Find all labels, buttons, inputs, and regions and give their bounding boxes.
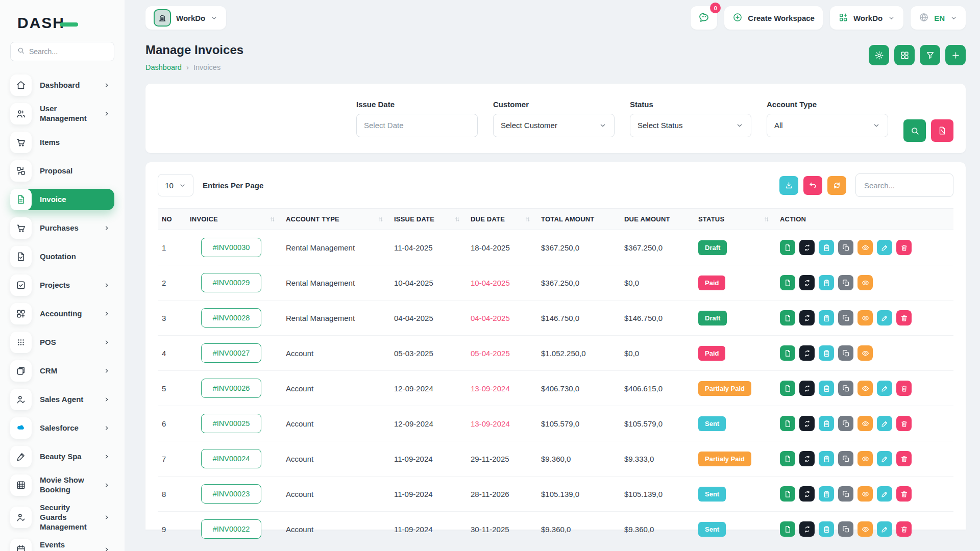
sidebar-item-user-management[interactable]: User Management <box>10 103 114 124</box>
invoice-number-link[interactable]: #INV00029 <box>201 273 261 292</box>
sidebar-item-movie-show-booking[interactable]: Movie Show Booking <box>10 474 114 496</box>
column-header-invoice[interactable]: INVOICE <box>186 209 282 230</box>
undo-button[interactable] <box>803 176 822 195</box>
clipboard-action-button[interactable] <box>819 345 834 361</box>
file-action-button[interactable] <box>780 486 795 502</box>
eye-action-button[interactable] <box>857 381 873 396</box>
sidebar-item-proposal[interactable]: Proposal <box>10 160 114 182</box>
pencil-action-button[interactable] <box>877 486 892 502</box>
swap-action-button[interactable] <box>799 310 815 325</box>
sidebar-item-invoice[interactable]: Invoice <box>10 189 114 210</box>
eye-action-button[interactable] <box>857 275 873 290</box>
status-select[interactable]: Select Status <box>630 114 751 137</box>
language-menu[interactable]: EN <box>911 6 966 30</box>
create-workspace-button[interactable]: Create Workspace <box>724 6 823 30</box>
eye-action-button[interactable] <box>857 451 873 466</box>
create-invoice-button[interactable] <box>945 45 966 65</box>
clipboard-action-button[interactable] <box>819 240 834 255</box>
file-action-button[interactable] <box>780 416 795 431</box>
sidebar-item-events-management[interactable]: Events Management <box>10 539 114 551</box>
file-action-button[interactable] <box>780 310 795 325</box>
eye-action-button[interactable] <box>857 486 873 502</box>
swap-action-button[interactable] <box>799 451 815 466</box>
pencil-action-button[interactable] <box>877 521 892 537</box>
reset-filter-button[interactable] <box>931 119 953 142</box>
sidebar-item-sales-agent[interactable]: Sales Agent <box>10 389 114 410</box>
eye-action-button[interactable] <box>857 310 873 325</box>
swap-action-button[interactable] <box>799 486 815 502</box>
column-header-due-date[interactable]: DUE DATE <box>467 209 537 230</box>
sidebar-item-salesforce[interactable]: Salesforce <box>10 417 114 439</box>
invoice-number-link[interactable]: #INV00026 <box>201 379 261 398</box>
swap-action-button[interactable] <box>799 275 815 290</box>
clipboard-action-button[interactable] <box>819 275 834 290</box>
file-action-button[interactable] <box>780 275 795 290</box>
eye-action-button[interactable] <box>857 521 873 537</box>
file-action-button[interactable] <box>780 345 795 361</box>
invoice-number-link[interactable]: #INV00027 <box>201 343 261 363</box>
templates-button[interactable] <box>894 45 915 65</box>
eye-action-button[interactable] <box>857 416 873 431</box>
clipboard-action-button[interactable] <box>819 521 834 537</box>
trash-action-button[interactable] <box>896 381 912 396</box>
export-button[interactable] <box>779 176 798 195</box>
account-type-select[interactable]: All <box>767 114 888 137</box>
trash-action-button[interactable] <box>896 416 912 431</box>
sidebar-item-quotation[interactable]: Quotation <box>10 246 114 267</box>
sidebar-item-dashboard[interactable]: Dashboard <box>10 74 114 96</box>
customer-select[interactable]: Select Customer <box>493 114 615 137</box>
page-size-select[interactable]: 10 <box>158 174 193 196</box>
sidebar-item-pos[interactable]: POS <box>10 332 114 353</box>
trash-action-button[interactable] <box>896 240 912 255</box>
eye-action-button[interactable] <box>857 240 873 255</box>
pencil-action-button[interactable] <box>877 310 892 325</box>
copy-action-button[interactable] <box>838 275 853 290</box>
user-menu[interactable]: WorkDo <box>830 6 903 30</box>
copy-action-button[interactable] <box>838 521 853 537</box>
sidebar-item-accounting[interactable]: Accounting <box>10 303 114 324</box>
filter-button[interactable] <box>920 45 940 65</box>
breadcrumb-dashboard[interactable]: Dashboard <box>145 63 182 71</box>
file-action-button[interactable] <box>780 521 795 537</box>
copy-action-button[interactable] <box>838 310 853 325</box>
copy-action-button[interactable] <box>838 451 853 466</box>
swap-action-button[interactable] <box>799 381 815 396</box>
swap-action-button[interactable] <box>799 416 815 431</box>
sidebar-item-security-guards-management[interactable]: Security Guards Management <box>10 503 114 532</box>
file-action-button[interactable] <box>780 381 795 396</box>
column-header-status[interactable]: STATUS <box>694 209 776 230</box>
trash-action-button[interactable] <box>896 451 912 466</box>
copy-action-button[interactable] <box>838 240 853 255</box>
column-header-account-type[interactable]: ACCOUNT TYPE <box>282 209 390 230</box>
swap-action-button[interactable] <box>799 345 815 361</box>
table-search-input[interactable] <box>855 173 953 197</box>
sidebar-item-purchases[interactable]: Purchases <box>10 217 114 239</box>
issue-date-input[interactable] <box>364 121 470 130</box>
sidebar-item-beauty-spa[interactable]: Beauty Spa <box>10 446 114 467</box>
pencil-action-button[interactable] <box>877 381 892 396</box>
brand-logo[interactable]: DASH <box>10 7 114 42</box>
pencil-action-button[interactable] <box>877 416 892 431</box>
file-action-button[interactable] <box>780 240 795 255</box>
pencil-action-button[interactable] <box>877 451 892 466</box>
apply-filter-button[interactable] <box>903 119 926 142</box>
file-action-button[interactable] <box>780 451 795 466</box>
copy-action-button[interactable] <box>838 381 853 396</box>
swap-action-button[interactable] <box>799 521 815 537</box>
trash-action-button[interactable] <box>896 486 912 502</box>
sidebar-item-projects[interactable]: Projects <box>10 274 114 296</box>
eye-action-button[interactable] <box>857 345 873 361</box>
column-header-issue-date[interactable]: ISSUE DATE <box>390 209 467 230</box>
copy-action-button[interactable] <box>838 345 853 361</box>
messages-button[interactable]: 0 <box>691 6 717 30</box>
invoice-number-link[interactable]: #INV00028 <box>201 308 261 328</box>
settings-button[interactable] <box>869 45 889 65</box>
invoice-number-link[interactable]: #INV00024 <box>201 449 261 468</box>
issue-date-input[interactable] <box>356 114 478 137</box>
invoice-number-link[interactable]: #INV00022 <box>201 519 261 539</box>
invoice-number-link[interactable]: #INV00025 <box>201 414 261 433</box>
invoice-number-link[interactable]: #INV00023 <box>201 484 261 504</box>
clipboard-action-button[interactable] <box>819 310 834 325</box>
swap-action-button[interactable] <box>799 240 815 255</box>
copy-action-button[interactable] <box>838 486 853 502</box>
